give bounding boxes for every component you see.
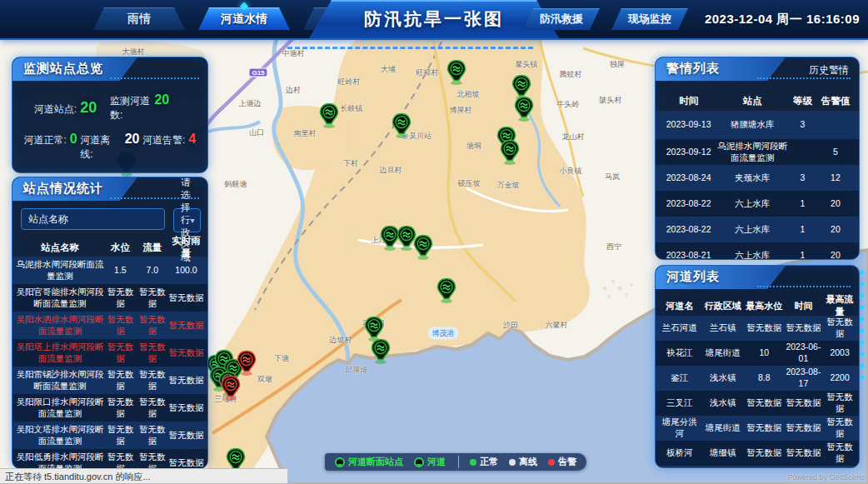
stat-item: 河道告警: 4 bbox=[140, 132, 199, 162]
alarm-row[interactable]: 2023-08-22 六上水库 1 20 bbox=[656, 217, 859, 242]
station-stats-panel: 站点情况统计 请选择行政区域 ▾ 站点名称 水位 流量 实时雨量 乌泥排水闸河段… bbox=[12, 177, 208, 469]
water-station-pin-icon bbox=[446, 59, 467, 85]
header-dashed-decor bbox=[287, 47, 533, 49]
legend-item[interactable]: 河道断面站点 bbox=[335, 456, 403, 468]
station-row[interactable]: 吴阳雷锡沙排水闸河段断面流量监测 暂无数据 暂无数据 暂无数据 bbox=[12, 367, 207, 394]
water-station-pin-icon bbox=[500, 139, 521, 165]
river-row[interactable]: 板桥河 塘缀镇 暂无数据 暂无数据 暂无数据 bbox=[656, 441, 859, 466]
river-row[interactable]: 三叉江 浅水镇 暂无数据 暂无数据 暂无数据 bbox=[656, 391, 859, 416]
legend-item[interactable]: 河道 bbox=[414, 456, 446, 468]
region-select-dropdown[interactable]: 请选择行政区域 ▾ bbox=[173, 208, 201, 232]
station-row[interactable]: 吴阳塔上排水闸河段断面流量监测 暂无数据 暂无数据 暂无数据 bbox=[12, 339, 207, 367]
river-station-marker[interactable] bbox=[413, 234, 434, 260]
river-station-marker[interactable] bbox=[500, 139, 521, 165]
alarm-row[interactable]: 2023-08-21 六上水库 1 20 bbox=[656, 242, 859, 260]
river-row[interactable]: 塘尾分洪河 塘尾街道 暂无数据 暂无数据 暂无数据 bbox=[656, 416, 859, 441]
panel-title: 河道列表 bbox=[666, 269, 720, 285]
app-title-banner: 防汛抗旱一张图 bbox=[309, 0, 559, 38]
stat-item: 监测河道数: 20 bbox=[110, 92, 169, 132]
dotted-line-decor bbox=[110, 197, 199, 199]
station-name-search-input[interactable] bbox=[21, 208, 165, 230]
history-alarms-link[interactable]: 历史警情 bbox=[809, 63, 849, 77]
alarm-row[interactable]: 2023-09-13 猪腰塘水库 3 bbox=[656, 111, 859, 139]
dotted-line-decor bbox=[757, 286, 851, 287]
legend-marker-icon bbox=[414, 457, 424, 467]
datetime-display: 2023-12-04 周一 16:16:09 bbox=[705, 12, 860, 27]
map-legend: 河道断面站点 河道 正常 离线 告警 bbox=[325, 453, 586, 471]
river-row[interactable]: 鉴江 浅水镇 8.8 2023-08-17 2200 bbox=[656, 366, 859, 391]
station-overview-panel: 监测站点总览 河道站点: 20 监测河道数: 20 河道正常: 0 河道离线: … bbox=[12, 57, 208, 173]
river-station-marker[interactable] bbox=[514, 96, 535, 122]
station-row[interactable]: 吴阳限口排水闸河段断面流量监测 暂无数据 暂无数据 暂无数据 bbox=[12, 394, 207, 422]
legend-item[interactable]: 离线 bbox=[509, 456, 537, 468]
nav-tab[interactable]: 雨情 bbox=[93, 7, 185, 30]
page-title: 防汛抗旱一张图 bbox=[309, 0, 559, 38]
station-row[interactable]: 吴阳低勇排水闸河段断面流量监测 暂无数据 暂无数据 暂无数据 bbox=[12, 449, 207, 469]
water-station-pin-icon bbox=[514, 96, 535, 122]
map-attribution: Powered by GeoScene bbox=[787, 473, 865, 482]
river-row[interactable]: 塘缀河 塘缀镇 暂无数据 暂无数据 暂无数据 bbox=[656, 466, 859, 468]
water-station-pin-icon bbox=[436, 277, 457, 303]
stat-item: 河道正常: 0 bbox=[21, 132, 80, 162]
legend-marker-icon bbox=[548, 459, 555, 466]
station-row[interactable]: 乌泥排水闸河段断面流量监测 1.5 7.0 100.0 bbox=[12, 257, 207, 284]
water-station-pin-icon bbox=[413, 234, 434, 260]
river-station-marker[interactable] bbox=[221, 375, 242, 401]
top-navbar: 雨情 河道水情 水库水情 水库大坝 防汛抗旱一张图 防汛救援 bbox=[0, 0, 868, 40]
water-station-pin-icon bbox=[221, 375, 242, 401]
edge-dots-decor bbox=[860, 271, 864, 387]
river-station-marker[interactable] bbox=[392, 112, 412, 138]
station-table-header: 站点名称 水位 流量 实时雨量 bbox=[12, 238, 207, 257]
legend-item[interactable]: 告警 bbox=[548, 456, 576, 468]
stat-item: 河道站点: 20 bbox=[21, 99, 110, 117]
river-station-marker[interactable] bbox=[446, 59, 467, 85]
station-row[interactable]: 吴阳水洒排水闸河段断面流量监测 暂无数据 暂无数据 暂无数据 bbox=[12, 312, 207, 339]
panel-title: 警情列表 bbox=[666, 61, 720, 77]
alarm-row[interactable]: 2023-08-22 六上水库 1 20 bbox=[656, 191, 859, 217]
browser-status-bar: 正在等待 t5.tianditu.gov.cn 的响应... bbox=[0, 468, 288, 484]
water-station-pin-icon bbox=[371, 338, 392, 364]
river-row[interactable]: 兰石河道 兰石镇 暂无数据 暂无数据 暂无数据 bbox=[656, 316, 859, 341]
legend-marker-icon bbox=[509, 459, 516, 466]
river-station-marker[interactable] bbox=[237, 350, 257, 376]
header-action-button[interactable]: 现场监控 bbox=[611, 8, 688, 30]
stat-item: 河道离线: 20 bbox=[80, 132, 139, 162]
river-list-panel: 河道列表 河道名 行政区域 最高水位 时间 最高流量 兰石河道 兰石镇 暂无数据… bbox=[655, 265, 860, 468]
legend-item[interactable]: 正常 bbox=[458, 456, 498, 468]
river-table-header: 河道名 行政区域 最高水位 时间 最高流量 bbox=[656, 296, 859, 316]
water-station-pin-icon bbox=[392, 112, 412, 138]
panel-title: 站点情况统计 bbox=[23, 181, 103, 197]
nav-tab[interactable]: 河道水情 bbox=[198, 7, 290, 30]
panel-title: 监测站点总览 bbox=[23, 61, 103, 77]
header-action-button[interactable]: 防汛救援 bbox=[523, 8, 600, 30]
alarm-row[interactable]: 2023-09-12 乌泥排水闸河段断面流量监测 5 bbox=[656, 139, 859, 165]
alarm-row[interactable]: 2023-08-24 夹颈水库 3 12 bbox=[656, 165, 859, 191]
legend-marker-icon bbox=[335, 457, 345, 467]
station-row[interactable]: 吴阳文塔排水闸河段断面流量监测 暂无数据 暂无数据 暂无数据 bbox=[12, 422, 207, 449]
river-station-marker[interactable] bbox=[371, 338, 392, 364]
dotted-line-decor bbox=[110, 77, 199, 79]
river-station-marker[interactable] bbox=[436, 277, 457, 303]
river-station-marker[interactable] bbox=[319, 102, 340, 128]
chevron-down-icon: ▾ bbox=[191, 216, 195, 225]
water-station-pin-icon bbox=[237, 350, 257, 376]
legend-marker-icon bbox=[470, 459, 476, 466]
water-station-pin-icon bbox=[319, 102, 340, 128]
river-row[interactable]: 袂花江 塘尾街道 10 2023-06-01 2003 bbox=[656, 341, 859, 366]
alarm-list-panel: 警情列表 历史警情 时间 站点 等级 告警值 2023-09-13 猪腰塘水库 … bbox=[655, 57, 860, 260]
station-row[interactable]: 吴阳官哥能排水闸河段断面流量监测 暂无数据 暂无数据 暂无数据 bbox=[12, 284, 207, 312]
dotted-line-decor bbox=[757, 77, 851, 79]
alarm-table-header: 时间 站点 等级 告警值 bbox=[656, 91, 859, 111]
